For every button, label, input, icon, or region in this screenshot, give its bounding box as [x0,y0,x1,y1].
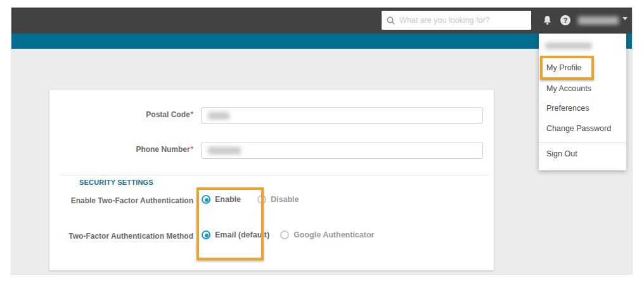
menu-item-preferences[interactable]: Preferences [546,103,621,113]
notifications-bell-icon[interactable] [541,15,553,26]
menu-divider [539,142,626,143]
help-glyph: ? [564,16,568,24]
2fa-method-label: Two-Factor Authentication Method [49,232,193,241]
radio-email-default[interactable] [202,230,210,239]
search-icon [387,16,395,25]
screenshot-frame: ? Postal Code* Phone Number* [0,0,644,283]
radio-enable[interactable] [202,195,210,204]
phone-number-label: Phone Number* [49,145,193,154]
section-divider [60,175,488,175]
profile-form-card: Postal Code* Phone Number* SECURITY SETT… [49,90,494,270]
menu-item-change-password[interactable]: Change Password [546,123,621,134]
phone-number-value-redacted [208,147,241,154]
caret-down-icon [622,17,628,20]
required-asterisk: * [191,145,193,153]
security-settings-heading: SECURITY SETTINGS [79,179,153,186]
menu-item-my-accounts[interactable]: My Accounts [546,84,621,94]
menu-item-sign-out[interactable]: Sign Out [546,149,621,159]
search-input[interactable] [399,16,526,25]
app-window: ? Postal Code* Phone Number* [11,8,632,274]
radio-enable-label[interactable]: Enable [215,195,241,204]
radio-google-authenticator-label[interactable]: Google Authenticator [293,230,374,239]
required-asterisk: * [191,110,193,118]
username-redacted [578,16,619,25]
enable-2fa-label: Enable Two-Factor Authentication [49,196,193,205]
enable-2fa-options: Enable Disable [202,195,299,204]
global-search[interactable] [382,11,531,30]
top-navigation-bar: ? [11,8,632,34]
user-dropdown-menu: My Profile My Accounts Preferences Chang… [539,34,626,170]
postal-code-label: Postal Code* [49,110,193,119]
radio-disable[interactable] [257,195,266,204]
radio-disable-label[interactable]: Disable [271,195,299,204]
phone-number-input[interactable] [201,142,483,159]
radio-google-authenticator[interactable] [280,230,289,239]
menu-item-my-profile[interactable]: My Profile [546,63,621,73]
2fa-method-options: Email (default) Google Authenticator [202,230,374,239]
help-icon[interactable]: ? [560,15,570,25]
menu-item-redacted[interactable] [545,42,592,49]
postal-code-input[interactable] [201,107,483,124]
radio-email-default-label[interactable]: Email (default) [215,230,269,239]
user-menu-trigger[interactable] [576,15,628,27]
postal-code-value-redacted [208,112,229,120]
